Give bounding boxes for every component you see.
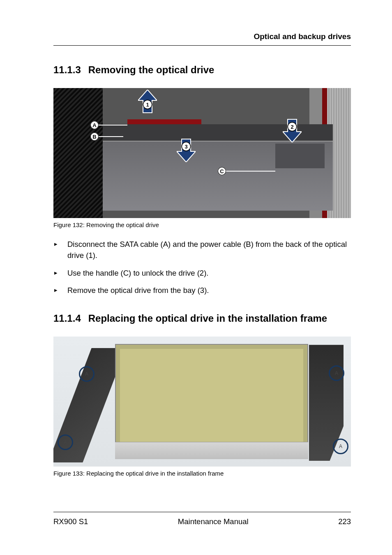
leader-line bbox=[99, 136, 123, 137]
step-item: Disconnect the SATA cable (A) and the po… bbox=[53, 239, 351, 261]
arrow-icon: 3 bbox=[177, 137, 196, 162]
drive-handle-tab bbox=[275, 144, 325, 168]
screw-marker: A bbox=[58, 434, 73, 450]
page-footer: RX900 S1 Maintenance Manual 223 bbox=[53, 512, 351, 526]
leader-line bbox=[99, 125, 127, 125]
arrow-icon: 2 bbox=[283, 118, 302, 142]
step-item: Remove the optical drive from the bay (3… bbox=[53, 285, 351, 296]
optical-drive-front bbox=[115, 442, 308, 459]
section-number: 11.1.4 bbox=[53, 313, 81, 324]
screw-marker: A bbox=[79, 366, 95, 382]
footer-doc-title: Maintenance Manual bbox=[178, 517, 249, 526]
callout-letter-c: C bbox=[218, 167, 226, 175]
section-heading-replacing: 11.1.4Replacing the optical drive in the… bbox=[53, 313, 351, 324]
leader-line bbox=[226, 171, 275, 172]
section-heading-removing: 11.1.3Removing the optical drive bbox=[53, 64, 351, 76]
arrow-number-1: 1 bbox=[143, 100, 152, 109]
section-title: Removing the optical drive bbox=[88, 64, 214, 75]
arrow-icon: 1 bbox=[138, 90, 157, 114]
figure-133-image: A A A A bbox=[53, 337, 351, 467]
section-title: Replacing the optical drive in the insta… bbox=[88, 313, 327, 324]
screw-marker: A bbox=[333, 439, 348, 454]
arrow-number-2: 2 bbox=[288, 123, 296, 131]
procedure-steps: Disconnect the SATA cable (A) and the po… bbox=[53, 239, 351, 296]
figure-133: A A A A Figure 133: Replacing the optica… bbox=[53, 337, 351, 477]
callout-letter-a: A bbox=[90, 121, 99, 129]
section-number: 11.1.3 bbox=[53, 64, 81, 76]
cable-braid bbox=[53, 88, 103, 218]
step-item: Use the handle (C) to unlock the drive (… bbox=[53, 268, 351, 279]
footer-product: RX900 S1 bbox=[53, 517, 88, 526]
figure-132-caption: Figure 132: Removing the optical drive bbox=[53, 221, 351, 228]
footer-page-number: 223 bbox=[338, 517, 351, 526]
figure-133-caption: Figure 133: Replacing the optical drive … bbox=[53, 470, 351, 477]
running-header: Optical and backup drives bbox=[53, 32, 351, 46]
callout-letter-b: B bbox=[90, 132, 99, 141]
figure-132-image: A B C 1 2 3 bbox=[53, 88, 351, 218]
arrow-number-3: 3 bbox=[182, 142, 190, 151]
figure-132: A B C 1 2 3 Figure 132: Remov bbox=[53, 88, 351, 228]
screw-marker: A bbox=[329, 365, 344, 381]
